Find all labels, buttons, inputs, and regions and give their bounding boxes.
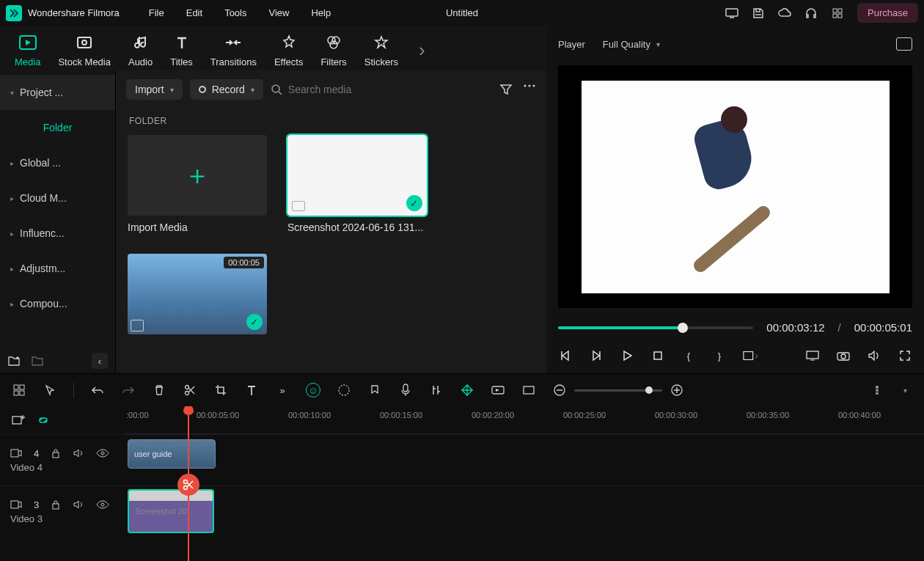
sidebar-global[interactable]: ▸Global ... <box>0 145 115 180</box>
import-button[interactable]: Import▾ <box>126 79 183 100</box>
tab-titles[interactable]: Titles <box>170 33 193 67</box>
ratio-dropdown[interactable] <box>743 348 758 363</box>
track-row-4[interactable]: user guide <box>123 434 924 485</box>
sidebar-folder[interactable]: Folder <box>0 110 115 145</box>
stop-icon[interactable] <box>650 348 665 363</box>
sidebar-cloud[interactable]: ▸Cloud M... <box>0 180 115 216</box>
check-icon: ✓ <box>246 314 263 330</box>
progress-knob[interactable] <box>678 323 688 333</box>
volume-icon[interactable] <box>867 348 881 363</box>
snapshot-icon[interactable] <box>836 348 851 363</box>
screenshot-card[interactable]: ✓ Screenshot 2024-06-16 131... <box>287 135 427 233</box>
fullscreen-icon[interactable] <box>898 348 912 363</box>
tab-stickers[interactable]: Stickers <box>364 33 398 67</box>
mark-out-icon[interactable]: } <box>712 348 727 363</box>
voice-icon[interactable] <box>398 383 413 397</box>
display-out-icon[interactable] <box>805 348 820 363</box>
tab-effects[interactable]: Effects <box>274 33 304 67</box>
purchase-button[interactable]: Purchase <box>857 3 918 23</box>
link-icon[interactable] <box>37 415 50 425</box>
ai-icon[interactable]: ☺ <box>306 383 320 397</box>
mark-in-icon[interactable]: { <box>681 348 696 363</box>
lock-icon[interactable] <box>51 448 61 458</box>
search-input[interactable] <box>288 84 492 95</box>
view-icon[interactable] <box>873 383 887 397</box>
menu-help[interactable]: Help <box>311 7 331 18</box>
playhead[interactable] <box>188 406 189 561</box>
tab-transitions[interactable]: Transitions <box>210 33 257 67</box>
sidebar-influencer[interactable]: ▸Influenc... <box>0 216 115 251</box>
clip-video[interactable]: user guide <box>128 439 216 469</box>
step-back-icon[interactable] <box>589 348 604 363</box>
mixer-icon[interactable] <box>429 383 444 397</box>
cut-bubble-icon[interactable] <box>177 474 199 496</box>
tab-filters[interactable]: Filters <box>320 33 346 67</box>
preview-area[interactable] <box>558 65 912 308</box>
sidebar-item-label: Compou... <box>20 298 67 309</box>
prev-frame-icon[interactable] <box>558 348 573 363</box>
folder-out-icon[interactable] <box>31 355 44 367</box>
render-icon[interactable] <box>491 383 505 397</box>
import-card[interactable]: ＋ Import Media <box>128 135 267 233</box>
more-icon[interactable] <box>523 84 536 95</box>
mute-icon[interactable] <box>73 448 84 458</box>
clip-image[interactable]: Screenshot 20... <box>128 489 214 533</box>
text-icon[interactable] <box>244 383 259 397</box>
record-button[interactable]: Record▾ <box>190 79 263 100</box>
new-folder-icon[interactable] <box>7 355 21 367</box>
crop-icon[interactable] <box>213 383 228 397</box>
mute-icon[interactable] <box>73 499 84 510</box>
timeline-ruler[interactable]: :00:00 00:00:05:00 00:00:10:00 00:00:15:… <box>123 406 924 434</box>
panels-icon[interactable] <box>12 383 26 397</box>
menu-view[interactable]: View <box>268 7 289 18</box>
progress-bar[interactable] <box>558 326 753 329</box>
tab-audio[interactable]: Audio <box>128 33 153 67</box>
cursor-icon[interactable] <box>43 383 57 397</box>
zoom-out-icon[interactable] <box>552 383 567 397</box>
tab-stock-media[interactable]: Stock Media <box>58 33 111 67</box>
delete-icon[interactable] <box>152 383 166 397</box>
zoom-knob[interactable] <box>645 386 653 394</box>
marker-icon[interactable] <box>367 383 382 397</box>
apps-icon[interactable] <box>831 7 844 20</box>
nav-more-icon[interactable]: › <box>419 39 425 62</box>
menu-edit[interactable]: Edit <box>186 7 202 18</box>
view-dropdown-icon[interactable]: ▾ <box>898 383 912 397</box>
menu-file[interactable]: File <box>149 7 164 18</box>
timeline-tracks[interactable]: :00:00 00:00:05:00 00:00:10:00 00:00:15:… <box>123 406 924 561</box>
keyframe-icon[interactable] <box>460 383 474 397</box>
split-icon[interactable] <box>183 383 197 397</box>
collapse-sidebar-icon[interactable]: ‹ <box>92 353 108 369</box>
save-icon[interactable] <box>752 7 765 20</box>
sidebar-project[interactable]: ▾Project ... <box>0 75 115 110</box>
more-tools-icon[interactable]: » <box>275 383 290 397</box>
tab-media[interactable]: Media <box>15 33 40 67</box>
undo-icon[interactable] <box>90 383 105 397</box>
visible-icon[interactable] <box>96 500 109 509</box>
scope-icon[interactable] <box>896 37 912 51</box>
zoom-slider[interactable] <box>574 389 662 392</box>
play-icon[interactable] <box>620 348 634 363</box>
zoom-in-icon[interactable] <box>670 383 684 397</box>
video-card[interactable]: 00:00:05 ✓ <box>128 254 267 334</box>
filter-icon[interactable] <box>499 84 513 95</box>
import-label: Import <box>135 84 164 95</box>
add-track-icon[interactable] <box>12 414 25 426</box>
quality-dropdown[interactable]: Full Quality▾ <box>603 39 660 50</box>
player-panel: Player Full Quality▾ 00:00:03:12 / 00:00… <box>546 26 924 373</box>
menu-tools[interactable]: Tools <box>224 7 246 18</box>
sidebar-compound[interactable]: ▸Compou... <box>0 286 115 321</box>
visible-icon[interactable] <box>96 449 109 458</box>
cloud-icon[interactable] <box>778 7 791 20</box>
fit-icon[interactable] <box>521 383 536 397</box>
playhead-handle[interactable] <box>183 406 194 415</box>
headphones-icon[interactable] <box>804 7 818 20</box>
svg-point-28 <box>186 386 189 389</box>
track-row-3[interactable]: Screenshot 20... <box>123 485 924 537</box>
speed-icon[interactable] <box>337 383 351 397</box>
redo-icon[interactable] <box>121 383 136 397</box>
sidebar-adjustment[interactable]: ▸Adjustm... <box>0 251 115 286</box>
svg-rect-4 <box>833 14 837 18</box>
lock-icon[interactable] <box>51 499 61 510</box>
display-icon[interactable] <box>725 7 738 20</box>
